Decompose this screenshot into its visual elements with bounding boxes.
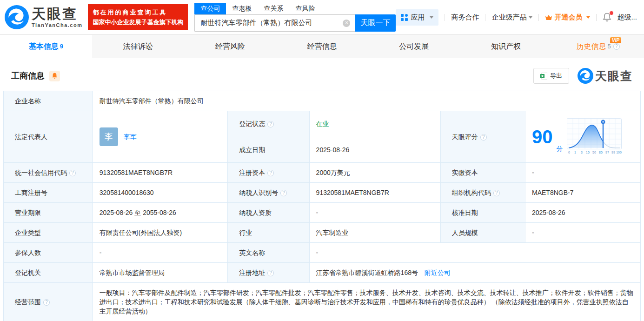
field-value-business-term: 2025-08-26 至 2055-08-26 [93,203,227,223]
score-distribution-chart: 0 1 3 15 50 85 97 99 100 [567,118,622,155]
slogan-banner: 都在用的商业查询工具 国家中小企业发展子基金旗下机构 [88,4,188,31]
search-input[interactable] [194,14,355,32]
field-label-business-term: 营业期限 [4,203,93,223]
tianyancha-logo-icon [5,5,29,29]
site-header: 天眼查 TianYanCha.com 都在用的商业查询工具 国家中小企业发展子基… [0,0,644,35]
table-row: 统一社会信用代码 91320581MAET8NGB7R 注册资本 2000万美元… [4,163,641,183]
logo-title: 天眼查 [32,7,82,21]
help-icon[interactable] [267,121,274,127]
tab-intellectual-property[interactable]: 知识产权 [460,35,552,58]
search-tab-company[interactable]: 查公司 [194,3,226,14]
field-label-company-type: 企业类型 [4,223,93,243]
field-value-reg-number: 320581400018630 [93,183,227,203]
field-label-industry: 行业 [228,223,309,243]
search-tab-relation[interactable]: 查关系 [258,3,289,14]
help-icon[interactable] [480,134,487,140]
tab-label: 法律诉讼 [123,42,153,52]
tab-label: 公司发展 [399,42,429,52]
tab-basic-info[interactable]: 基本信息 9 [0,35,92,58]
svg-text:0: 0 [568,151,570,154]
field-label-company-name: 企业名称 [4,91,93,111]
user-menu[interactable]: 超级... [617,13,644,22]
svg-text:3: 3 [581,151,583,154]
divider [485,14,485,21]
slogan-line-2: 国家中小企业发展子基金旗下机构 [93,17,183,27]
tianyancha-watermark: 天眼查 [578,68,633,84]
avatar[interactable]: 李 [100,127,118,146]
svg-text:1: 1 [574,151,576,154]
business-info-table: 企业名称 耐世特汽车零部件（常熟）有限公司 法定代表人 李 李军 登记状态 在业… [3,91,641,321]
nearby-companies-link[interactable]: 附近公司 [425,269,451,276]
bell-icon [52,73,58,79]
field-value-company-name: 耐世特汽车零部件（常熟）有限公司 [93,91,640,111]
nav-open-vip[interactable]: 开通会员 [545,13,590,22]
field-value-score: 90 分 [525,111,641,163]
page-tab-bar: 基本信息 9 法律诉讼 经营风险 经营信息 公司发展 知识产权 VIP 历史信息… [0,35,644,58]
clear-icon[interactable] [343,20,350,27]
field-label-staff-size: 人员规模 [440,223,525,243]
field-value-company-type: 有限责任公司(外国法人独资) [93,223,227,243]
excel-icon [540,73,547,80]
field-label-reg-authority: 登记机关 [4,263,93,283]
field-label-paid-capital: 实缴资本 [440,163,525,183]
legal-rep-link[interactable]: 李军 [124,132,137,141]
tab-company-development[interactable]: 公司发展 [368,35,460,58]
search-button[interactable]: 天眼一下 [355,14,396,32]
field-label-business-scope: 经营范围 [4,283,93,321]
field-value-legal-rep: 李 李军 [93,111,227,163]
tab-operating-info[interactable]: 经营信息 [276,35,368,58]
search-tab-risk[interactable]: 查风险 [289,3,321,14]
notifications-button[interactable] [603,13,611,22]
table-row: 参保人数 - 英文名称 - [4,243,641,263]
tianyancha-logo[interactable]: 天眼查 TianYanCha.com [5,5,82,29]
tab-history-info[interactable]: VIP 历史信息 5 [552,35,644,58]
score-axis-labels: 0 1 3 15 50 85 97 99 100 [568,151,622,154]
field-label-insured-count: 参保人数 [4,243,93,263]
divider [445,14,445,21]
field-value-taxpayer-id: 91320581MAET8NGB7R [309,183,440,203]
field-label-legal-rep: 法定代表人 [4,111,93,163]
tab-count: 5 [607,43,611,50]
apps-menu-button[interactable]: 应用 [396,9,438,26]
help-icon[interactable] [69,170,76,176]
field-value-business-scope: 一般项目：汽车零部件及配件制造；汽车零部件研发；汽车零配件批发；汽车零配件零售；… [93,283,640,321]
table-row: 企业名称 耐世特汽车零部件（常熟）有限公司 [4,91,641,111]
tab-label: 历史信息 [576,42,606,52]
help-icon[interactable] [267,170,274,176]
tianyancha-logo-icon [578,68,593,84]
help-icon[interactable] [613,43,620,50]
field-value-staff-size: - [525,223,641,243]
field-value-industry: 汽车制造业 [309,223,440,243]
field-value-establish-date: 2025-08-26 [309,137,440,163]
nav-cooperation[interactable]: 商务合作 [451,13,479,22]
tab-operating-risk[interactable]: 经营风险 [184,35,276,58]
notification-dot [610,11,613,15]
field-label-reg-status: 登记状态 [228,111,309,137]
field-label-english-name: 英文名称 [228,243,309,263]
svg-text:97: 97 [605,151,609,154]
status-badge: 在业 [316,120,329,127]
field-value-reg-authority: 常熟市市场监督管理局 [93,263,227,283]
export-label: 导出 [550,72,562,80]
help-icon[interactable] [493,190,500,196]
search-tab-boss[interactable]: 查老板 [226,3,258,14]
tab-label: 经营风险 [215,42,245,52]
monitor-bell-button[interactable] [49,71,60,81]
field-value-reg-status: 在业 [309,111,440,137]
search-tabs: 查公司 查老板 查关系 查风险 [194,3,396,14]
field-label-establish-date: 成立日期 [228,137,309,163]
tab-legal[interactable]: 法律诉讼 [92,35,184,58]
apps-grid-icon [401,14,408,21]
apps-menu-label: 应用 [411,13,425,22]
nav-enterprise-products[interactable]: 企业级产品 [491,13,532,22]
help-icon[interactable] [280,190,287,196]
help-icon[interactable] [43,299,50,306]
help-icon[interactable] [267,270,274,276]
export-button[interactable]: 导出 [533,68,569,84]
chevron-down-icon [430,16,433,20]
field-label-reg-address: 注册地址 [228,263,309,283]
field-value-org-code: MAET8NGB-7 [525,183,641,203]
svg-text:85: 85 [599,151,603,154]
divider [596,14,597,21]
logo-domain: TianYanCha.com [32,22,82,28]
